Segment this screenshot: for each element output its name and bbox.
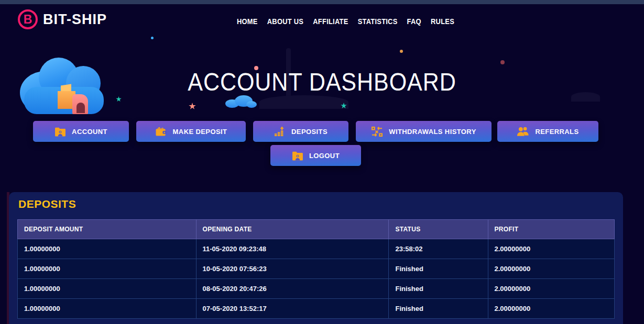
withdrawals-history-button[interactable]: WITHDRAWALS HISTORY [356,121,492,142]
main-nav: HOME ABOUT US AFFILIATE STATISTICS FAQ R… [237,17,454,26]
brand-logo[interactable]: B BIT-SHIP [18,9,107,29]
nav-statistics[interactable]: STATISTICS [358,17,398,26]
deposits-table-head: DEPOSIT AMOUNTOPENING DATESTATUSPROFIT [18,220,615,239]
table-cell: Finished [389,299,488,319]
decor-dot-orange [400,50,403,53]
column-header: STATUS [389,220,488,239]
header-row: DEPOSIT AMOUNTOPENING DATESTATUSPROFIT [18,220,615,239]
table-cell: 08-05-2020 20:47:26 [196,279,389,299]
table-cell: 07-05-2020 13:52:17 [196,299,389,319]
users-icon [517,126,529,137]
folder-user-icon [292,151,303,161]
column-header: DEPOSIT AMOUNT [18,220,197,239]
table-cell: 2.00000000 [488,259,615,279]
decor-dot-cyan [151,37,154,39]
transfer-arrows-icon [371,126,383,137]
site-header: B BIT-SHIP HOME ABOUT US AFFILIATE STATI… [0,4,644,37]
stacked-bars-arrow-icon [274,126,286,137]
table-row: 1.0000000008-05-2020 20:47:26Finished2.0… [18,279,615,299]
decor-star-pink [189,103,196,110]
brand-name: BIT-SHIP [43,12,107,28]
nav-about-us[interactable]: ABOUT US [267,17,303,26]
table-cell: 11-05-2020 09:23:48 [196,239,389,259]
column-header: OPENING DATE [196,220,389,239]
table-row: 1.0000000011-05-2020 09:23:4823:58:022.0… [18,239,615,259]
table-cell: 1.00000000 [18,259,197,279]
deposits-button-label: DEPOSITS [291,128,328,136]
table-cell: Finished [389,259,488,279]
column-header: PROFIT [488,220,615,239]
decor-star-teal [116,96,122,102]
folder-user-icon [54,127,66,137]
small-cloud-illustration [225,98,257,108]
table-row: 1.0000000007-05-2020 13:52:17Finished2.0… [18,299,615,319]
table-cell: 2.00000000 [488,239,615,259]
deposits-panel: DEPOSITS DEPOSIT AMOUNTOPENING DATESTATU… [9,192,623,324]
nav-rules[interactable]: RULES [431,17,454,26]
table-cell: 1.00000000 [18,239,197,259]
referrals-button[interactable]: REFERRALS [497,121,598,142]
nav-affiliate[interactable]: AFFILIATE [313,17,348,26]
referrals-button-label: REFERRALS [535,128,578,136]
make-deposit-button-label: MAKE DEPOSIT [173,128,227,136]
make-deposit-button[interactable]: MAKE DEPOSIT [136,121,246,142]
account-button-label: ACCOUNT [72,128,107,136]
deposits-button[interactable]: DEPOSITS [253,121,348,142]
logout-button[interactable]: LOGOUT [270,145,361,166]
account-button[interactable]: ACCOUNT [33,121,129,142]
decor-dot-red [500,60,505,64]
withdrawals-history-button-label: WITHDRAWALS HISTORY [389,128,476,136]
logout-button-label: LOGOUT [309,152,340,160]
deposits-panel-title: DEPOSITS [18,198,76,210]
table-cell: 10-05-2020 07:56:23 [196,259,389,279]
table-cell: 2.00000000 [488,299,615,319]
deposits-table-body: 1.0000000011-05-2020 09:23:4823:58:022.0… [18,239,615,319]
table-cell: Finished [389,279,488,299]
nav-home[interactable]: HOME [237,17,258,26]
table-cell: 23:58:02 [389,239,488,259]
nav-faq[interactable]: FAQ [407,17,421,26]
table-cell: 1.00000000 [18,299,197,319]
table-cell: 1.00000000 [18,279,197,299]
page-title: ACCOUNT DASHBOARD [39,67,606,96]
top-strip [0,0,644,4]
deposits-table: DEPOSIT AMOUNTOPENING DATESTATUSPROFIT 1… [17,219,615,319]
bitcoin-logo-icon: B [18,9,38,29]
wallet-icon [155,126,167,137]
mound-silhouette [259,95,348,109]
table-row: 1.0000000010-05-2020 07:56:23Finished2.0… [18,259,615,279]
table-cell: 2.00000000 [488,279,615,299]
